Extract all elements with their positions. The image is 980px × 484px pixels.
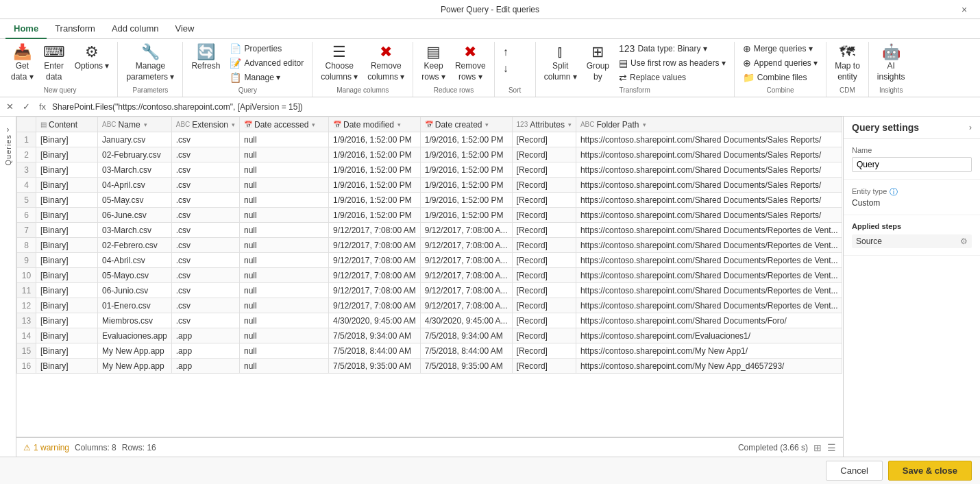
- list-view-icon[interactable]: ☰: [827, 442, 836, 453]
- name-col-label: Name: [119, 120, 140, 130]
- table-container[interactable]: ▤ContentABCName▾ABCExtension▾📅Date acces…: [16, 117, 843, 437]
- formula-confirm-button[interactable]: ✓: [19, 100, 33, 114]
- date-created-col-filter-icon[interactable]: ▾: [485, 121, 489, 128]
- data-type-button[interactable]: 123 Data type: Binary ▾: [615, 42, 730, 56]
- advanced-editor-button[interactable]: 📝 Advanced editor: [225, 56, 308, 70]
- date-accessed-col-filter-icon[interactable]: ▾: [312, 121, 315, 128]
- close-button[interactable]: ×: [948, 0, 980, 19]
- options-button[interactable]: ⚙ Options ▾: [71, 42, 114, 75]
- combine-files-icon: 📁: [743, 72, 755, 83]
- right-panel-header: Query settings ›: [844, 117, 980, 139]
- sort-asc-button[interactable]: ↑: [499, 45, 513, 60]
- col-header-date-modified[interactable]: 📅Date modified▾: [329, 117, 421, 132]
- extension-col-filter-icon[interactable]: ▾: [232, 121, 235, 128]
- combine-files-button[interactable]: 📁 Combine files: [739, 71, 822, 84]
- remove-rows-button[interactable]: ✖ Removerows ▾: [451, 42, 490, 85]
- append-queries-button[interactable]: ⊕ Append queries ▾: [739, 56, 822, 70]
- entity-type-info-icon[interactable]: ⓘ: [890, 186, 898, 198]
- step-source[interactable]: Source ⚙: [852, 234, 972, 248]
- table-row[interactable]: 13[Binary]Miembros.csv.csvnull4/30/2020,…: [17, 313, 842, 328]
- get-data-button[interactable]: 📥 Getdata ▾: [7, 42, 38, 85]
- date-modified-cell: 7/5/2018, 9:35:00 AM: [329, 359, 421, 374]
- tab-home[interactable]: Home: [5, 19, 47, 39]
- table-row[interactable]: 5[Binary]05-May.csv.csvnull1/9/2016, 1:5…: [17, 193, 842, 208]
- parameters-label: Parameters: [122, 85, 178, 95]
- name-col-filter-icon[interactable]: ▾: [144, 121, 147, 128]
- col-header-date-accessed[interactable]: 📅Date accessed▾: [240, 117, 329, 132]
- content-cell: [Binary]: [36, 162, 98, 178]
- content-cell: [Binary]: [36, 359, 98, 374]
- table-row[interactable]: 6[Binary]06-June.csv.csvnull1/9/2016, 1:…: [17, 208, 842, 223]
- split-column-button[interactable]: ⫿ Splitcolumn ▾: [540, 42, 581, 85]
- table-row[interactable]: 10[Binary]05-Mayo.csv.csvnull9/12/2017, …: [17, 268, 842, 283]
- data-table: ▤ContentABCName▾ABCExtension▾📅Date acces…: [16, 117, 842, 374]
- enter-data-button[interactable]: ⌨ Enterdata: [39, 42, 69, 85]
- date-created-cell: 4/30/2020, 9:45:00 A...: [420, 313, 512, 328]
- tab-add-column[interactable]: Add column: [103, 19, 167, 39]
- queries-panel-label: Queries: [4, 134, 12, 166]
- right-panel-expand-button[interactable]: ›: [969, 123, 972, 132]
- folder-path-cell: https://contoso.sharepoint.com/My New Ap…: [576, 343, 842, 359]
- col-header-attributes[interactable]: 123Attributes▾: [512, 117, 576, 132]
- extension-cell: .csv: [171, 268, 239, 283]
- query-name-input[interactable]: [852, 157, 972, 172]
- refresh-button[interactable]: 🔄 Refresh: [187, 42, 224, 75]
- ribbon-group-combine: ⊕ Merge queries ▾ ⊕ Append queries ▾ 📁 C…: [735, 42, 826, 97]
- table-row[interactable]: 7[Binary]03-March.csv.csvnull9/12/2017, …: [17, 223, 842, 238]
- content-cell: [Binary]: [36, 268, 98, 283]
- col-header-extension[interactable]: ABCExtension▾: [171, 117, 239, 132]
- date-accessed-cell: null: [240, 132, 329, 147]
- date-accessed-cell: null: [240, 359, 329, 374]
- attributes-col-filter-icon[interactable]: ▾: [568, 121, 572, 128]
- ai-insights-button[interactable]: 🤖 AIinsights: [873, 42, 909, 85]
- warning-indicator[interactable]: ⚠ 1 warning: [23, 443, 69, 452]
- col-header-date-created[interactable]: 📅Date created▾: [420, 117, 512, 132]
- manage-button[interactable]: 📋 Manage ▾: [225, 71, 308, 84]
- manage-icon: 📋: [230, 72, 241, 83]
- main-area: › Queries ▤ContentABCName▾ABCExtension▾📅…: [0, 117, 980, 457]
- queries-toggle-button[interactable]: ›: [7, 125, 10, 134]
- row-num-cell: 8: [17, 238, 36, 253]
- sort-desc-button[interactable]: ↓: [499, 61, 513, 76]
- properties-button[interactable]: 📄 Properties: [225, 42, 308, 56]
- attributes-cell: [Record]: [512, 223, 576, 238]
- date-modified-col-filter-icon[interactable]: ▾: [397, 121, 401, 128]
- table-row[interactable]: 11[Binary]06-Junio.csv.csvnull9/12/2017,…: [17, 283, 842, 298]
- formula-cancel-button[interactable]: ✕: [3, 100, 16, 114]
- remove-columns-button[interactable]: ✖ Removecolumns ▾: [363, 42, 408, 85]
- table-row[interactable]: 9[Binary]04-Abril.csv.csvnull9/12/2017, …: [17, 253, 842, 268]
- step-source-settings-icon[interactable]: ⚙: [960, 237, 968, 246]
- grid-view-icon[interactable]: ⊞: [813, 442, 822, 453]
- tab-view[interactable]: View: [167, 19, 203, 39]
- formula-input[interactable]: [52, 102, 977, 112]
- map-to-entity-button[interactable]: 🗺 Map toentity: [831, 42, 864, 85]
- manage-parameters-button[interactable]: 🔧 Manageparameters ▾: [122, 42, 178, 85]
- extension-cell: .csv: [171, 253, 239, 268]
- cancel-button[interactable]: Cancel: [826, 461, 882, 481]
- table-row[interactable]: 15[Binary]My New App.app.appnull7/5/2018…: [17, 343, 842, 359]
- name-cell: Miembros.csv: [98, 313, 172, 328]
- table-row[interactable]: 2[Binary]02-February.csv.csvnull1/9/2016…: [17, 147, 842, 162]
- table-row[interactable]: 16[Binary]My New App.app.appnull7/5/2018…: [17, 359, 842, 374]
- date-created-cell: 9/12/2017, 7:08:00 A...: [420, 268, 512, 283]
- keep-rows-button[interactable]: ▤ Keeprows ▾: [417, 42, 450, 85]
- row-num-cell: 11: [17, 283, 36, 298]
- col-header-content[interactable]: ▤Content: [36, 117, 98, 132]
- tab-transform[interactable]: Transform: [47, 19, 103, 39]
- choose-columns-button[interactable]: ☰ Choosecolumns ▾: [317, 42, 362, 85]
- replace-values-button[interactable]: ⇄ Replace values: [615, 71, 730, 84]
- merge-queries-button[interactable]: ⊕ Merge queries ▾: [739, 42, 822, 56]
- table-row[interactable]: 14[Binary]Evaluaciones.app.appnull7/5/20…: [17, 328, 842, 343]
- folder-path-col-filter-icon[interactable]: ▾: [643, 121, 646, 128]
- table-row[interactable]: 4[Binary]04-April.csv.csvnull1/9/2016, 1…: [17, 178, 842, 193]
- table-row[interactable]: 8[Binary]02-Febrero.csv.csvnull9/12/2017…: [17, 238, 842, 253]
- use-first-row-button[interactable]: ▤ Use first row as headers ▾: [615, 56, 730, 70]
- table-row[interactable]: 12[Binary]01-Enero.csv.csvnull9/12/2017,…: [17, 298, 842, 313]
- table-row[interactable]: 3[Binary]03-March.csv.csvnull1/9/2016, 1…: [17, 162, 842, 178]
- group-by-button[interactable]: ⊞ Groupby: [583, 42, 613, 85]
- col-header-name[interactable]: ABCName▾: [98, 117, 172, 132]
- table-row[interactable]: 1[Binary]January.csv.csvnull1/9/2016, 1:…: [17, 132, 842, 147]
- save-close-button[interactable]: Save & close: [888, 461, 972, 481]
- col-header-folder-path[interactable]: ABCFolder Path▾: [576, 117, 842, 132]
- status-bar: ⚠ 1 warning Columns: 8 Rows: 16 Complete…: [16, 437, 843, 457]
